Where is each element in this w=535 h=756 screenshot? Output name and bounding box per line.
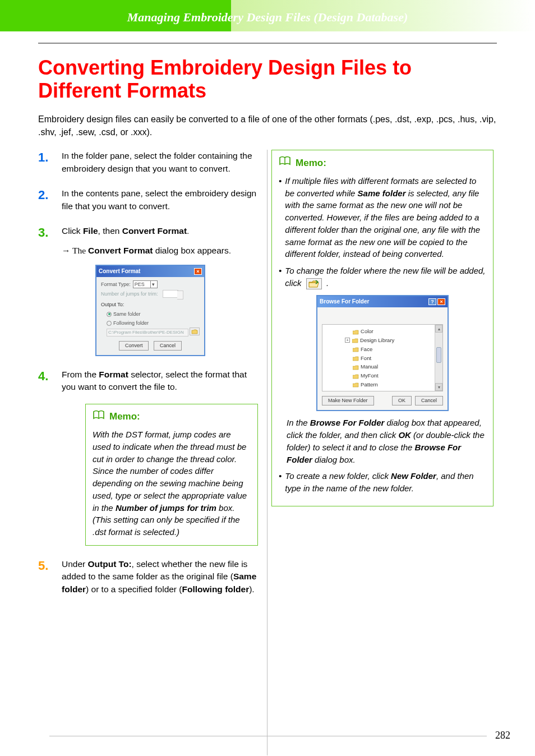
folder-icon: [352, 338, 358, 343]
expand-icon[interactable]: +: [345, 338, 350, 343]
memo-r-b2-post: .: [326, 278, 329, 288]
tree-item-myfont[interactable]: MyFont: [345, 371, 442, 380]
step-5-output-to: Output To:: [88, 559, 132, 569]
memo-r-b3-bold: New Folder: [391, 471, 436, 481]
scroll-down-icon[interactable]: ▾: [435, 383, 442, 391]
step-2: 2. In the contents pane, select the embr…: [38, 187, 258, 213]
format-type-select[interactable]: PES ▾: [133, 280, 158, 288]
steps-list: 1. In the folder pane, select the folder…: [38, 150, 258, 596]
memo-right-bullet-3: • To create a new folder, click New Fold…: [279, 470, 486, 495]
radio-following-folder[interactable]: Following folder: [107, 320, 200, 327]
tree-label: Design Library: [360, 336, 394, 344]
footer-rule: [49, 736, 487, 736]
convert-format-body: Format Type: PES ▾ Number of jumps for t…: [96, 277, 204, 354]
radio-same-label: Same folder: [113, 311, 141, 317]
folder-tree[interactable]: Color +Design Library Face Font Manual M…: [322, 324, 443, 391]
expand-icon[interactable]: +: [345, 391, 350, 391]
browse-dialog-body: Color +Design Library Face Font Manual M…: [317, 307, 448, 410]
folder-icon: [353, 356, 359, 361]
radio-same-folder[interactable]: Same folder: [107, 311, 200, 318]
memo-right-bullet-1: • If multiple files with different forma…: [279, 175, 486, 260]
step-number-1: 1.: [38, 149, 48, 167]
format-type-label: Format Type:: [101, 281, 131, 288]
step-3-arrow-post: dialog box appears.: [153, 246, 231, 255]
step-5: 5. Under Output To:, select whether the …: [38, 558, 258, 596]
step-3-post: .: [187, 226, 189, 236]
page-number: 282: [495, 730, 510, 741]
radio-following-label: Following folder: [113, 320, 149, 326]
folder-tree-list: Color +Design Library Face Font Manual M…: [322, 325, 442, 391]
convert-button[interactable]: Convert: [119, 341, 149, 351]
chevron-down-icon: ▾: [150, 281, 156, 288]
memo-title: Memo:: [109, 410, 140, 424]
scroll-thumb[interactable]: [436, 347, 441, 363]
step-5-mid2: ) or to a specified folder (: [86, 584, 182, 594]
tree-item-pattern[interactable]: Pattern: [345, 380, 442, 389]
memo-ad-b1: Browse For Folder: [310, 418, 385, 427]
column-separator: [267, 150, 268, 755]
memo-r-b3-pre: To create a new folder, click: [285, 471, 391, 481]
bullet-icon: •: [279, 265, 282, 289]
jumps-spinner[interactable]: [163, 290, 178, 298]
memo-after-dialog: In the Browse For Folder dialog box that…: [287, 417, 486, 465]
help-icon[interactable]: ?: [428, 298, 436, 305]
scroll-up-icon[interactable]: ▴: [435, 325, 442, 333]
folder-icon: [353, 347, 359, 352]
memo-box-left: Memo: With the DST format, jump codes ar…: [85, 404, 258, 546]
memo-left-pre: With the DST format, jump codes are used…: [93, 430, 247, 513]
convert-format-buttons: Convert Cancel: [101, 341, 200, 351]
memo-ad-post: dialog box.: [312, 455, 356, 464]
book-icon: [93, 410, 105, 425]
close-icon[interactable]: ×: [194, 268, 202, 275]
cancel-button[interactable]: Cancel: [154, 341, 182, 351]
two-column-layout: 1. In the folder pane, select the folder…: [38, 150, 497, 608]
browse-icon[interactable]: [190, 328, 200, 335]
intro-paragraph: Embroidery design files can easily be co…: [38, 113, 497, 139]
tree-label: Manual: [361, 363, 378, 371]
book-icon: [279, 156, 291, 170]
tree-label: Sample: [360, 390, 378, 392]
make-new-folder-button[interactable]: Make New Folder: [322, 396, 374, 405]
jumps-label: Number of jumps for trim:: [101, 291, 158, 298]
format-type-row: Format Type: PES ▾: [101, 280, 200, 288]
tree-label: Font: [361, 354, 371, 362]
folder-icon: [352, 391, 358, 391]
step-4-text: From the Format selector, select the for…: [62, 370, 247, 391]
folder-icon: [353, 374, 359, 379]
memo-ad-b2: OK: [398, 430, 411, 440]
close-icon[interactable]: ×: [437, 298, 445, 305]
format-type-value: PES: [135, 281, 145, 288]
memo-ad-pre: In the: [287, 418, 310, 427]
step-1: 1. In the folder pane, select the folder…: [38, 150, 258, 175]
convert-format-title-text: Convert Format: [99, 268, 140, 276]
step-2-text: In the contents pane, select the embroid…: [62, 188, 256, 210]
tree-item-color[interactable]: Color: [345, 327, 442, 336]
path-field: C:\Program Files\Brother\PE-DESIGN: [107, 329, 188, 336]
tree-label: Pattern: [361, 381, 378, 389]
tree-item-design-library[interactable]: +Design Library: [345, 336, 442, 345]
tree-item-manual[interactable]: Manual: [345, 362, 442, 371]
bullet-icon: •: [279, 470, 282, 495]
scrollbar[interactable]: ▴ ▾: [435, 325, 442, 391]
memo-r-b1-post: is selected, any file with the same form…: [285, 188, 480, 259]
tree-label: MyFont: [361, 372, 379, 380]
header-band: Managing Embroidery Design Files (Design…: [0, 0, 535, 31]
radio-icon: [107, 312, 112, 317]
step-3-file: File: [83, 226, 98, 236]
cancel-button[interactable]: Cancel: [415, 396, 443, 405]
tree-item-face[interactable]: Face: [345, 345, 442, 354]
step-number-5: 5.: [38, 557, 48, 575]
radio-icon: [107, 321, 112, 326]
browse-for-folder-dialog: Browse For Folder ? × Color +Design Libr…: [316, 295, 449, 412]
step-3-dialog-name: Convert Format: [88, 246, 153, 255]
folder-icon: [353, 382, 359, 387]
step-number-3: 3.: [38, 224, 48, 242]
tree-label: Face: [361, 345, 372, 353]
step-3: 3. Click File, then Convert Format. → Th…: [38, 225, 258, 356]
tree-item-sample[interactable]: +Sample: [345, 389, 442, 392]
tree-item-font[interactable]: Font: [345, 354, 442, 363]
step-3-convert-format: Convert Format: [122, 226, 187, 236]
memo-left-body: With the DST format, jump codes are used…: [93, 428, 251, 538]
open-folder-icon[interactable]: [306, 278, 322, 289]
ok-button[interactable]: OK: [392, 396, 412, 405]
